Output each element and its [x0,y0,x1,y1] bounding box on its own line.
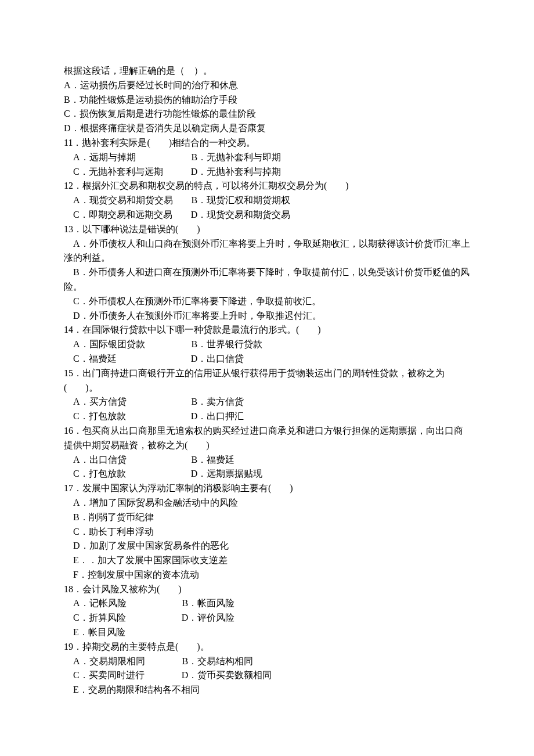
q18-stem: 18．会计风险又被称为( ) [64,582,470,597]
q18-options-row3: E．帐目风险 [64,625,470,640]
q14-options-row2: C．福费廷 D．出口信贷 [64,352,470,366]
q18-options-row1: A．记帐风险 B．帐面风险 [64,596,470,611]
q11-stem: 11．抛补套利实际是( )相结合的一种交易。 [64,136,470,150]
intro-prompt: 根据这段话，理解正确的是（ ）。 [64,64,470,78]
q15-stem: 15．出门商持进口商银行开立的信用证从银行获得用于货物装运出门的周转性贷款，被称… [64,366,470,395]
q13-option-a: A．外币债权人和山口商在预测外币汇率将要上升时，争取延期收汇，以期获得该计价货币… [64,237,470,266]
q16-options-row2: C．打包放款 D．远期票据贴现 [64,467,470,481]
q19-options-row3: E．交易的期限和结构各不相同 [64,683,470,697]
intro-option-d: D．根据疼痛症状是否消失足以确定病人是否康复 [64,121,470,136]
q14-stem: 14．在国际银行贷款中以下哪一种贷款是最流行的形式。( ) [64,323,470,337]
q19-stem: 19．掉期交易的主要特点是( )。 [64,640,470,654]
intro-option-b: B．功能性锻炼是运动损伤的辅助治疗手段 [64,93,470,107]
q12-options-row2: C．即期交易和远期交易 D．现货交易和期货交易 [64,208,470,222]
q17-option-f: F．控制发展中国家的资本流动 [64,568,470,582]
q11-options-row2: C．无抛补套利与远期 D．无抛补套利与掉期 [64,165,470,179]
q13-option-c: C．外币债权人在预测外币汇率将要下降进，争取提前收汇。 [64,294,470,309]
q17-option-b: B．削弱了货币纪律 [64,510,470,525]
q14-options-row1: A．国际银团贷款 B．世界银行贷款 [64,337,470,352]
q19-options-row2: C．买卖同时进行 D．货币买卖数额相同 [64,668,470,683]
intro-option-a: A．运动损伤后要经过长时间的治疗和休息 [64,78,470,93]
q17-option-a: A．增加了国际贸易和金融活动中的风险 [64,496,470,510]
q13-stem: 13．以下哪种说法是错误的( ) [64,222,470,237]
q13-option-b: B．外币债务人和进口商在预测外币汇率将要下降时，争取提前付汇，以免受该计价货币贬… [64,265,470,294]
q18-options-row2: C．折算风险 D．评价风险 [64,611,470,625]
q16-stem: 16．包买商从出口商那里无追索权的购买经过进口商承兑和进口方银行担保的远期票据，… [64,424,470,453]
q19-options-row1: A．交易期限相同 B．交易结构相同 [64,654,470,669]
q15-options-row2: C．打包放款 D．出口押汇 [64,409,470,424]
q17-option-c: C．助长丁利串浮动 [64,525,470,539]
q17-stem: 17．发展中国家认为浮动汇率制的消极影响主要有( ) [64,481,470,496]
q17-option-d: D．加剧了发展中国家贸易条件的恶化 [64,539,470,553]
intro-option-c: C．损伤恢复后期是进行功能性锻炼的最佳阶段 [64,107,470,121]
q13-option-d: D．外币债务人在预测外币汇率将要上升时，争取推迟付汇。 [64,309,470,323]
q17-option-e: E．．加大了发展中国家国际收支逆差 [64,553,470,568]
q12-options-row1: A．现货交易和期货交易 B．现货汇权和期货期权 [64,193,470,208]
q16-options-row1: A．出口信贷 B．福费廷 [64,453,470,467]
q15-options-row1: A．买方信贷 B．卖方信货 [64,395,470,409]
q11-options-row1: A．远期与掉期 B．无抛补套利与即期 [64,150,470,165]
q12-stem: 12．根据外汇交易和期权交易的特点，可以将外汇期权交易分为( ) [64,179,470,193]
